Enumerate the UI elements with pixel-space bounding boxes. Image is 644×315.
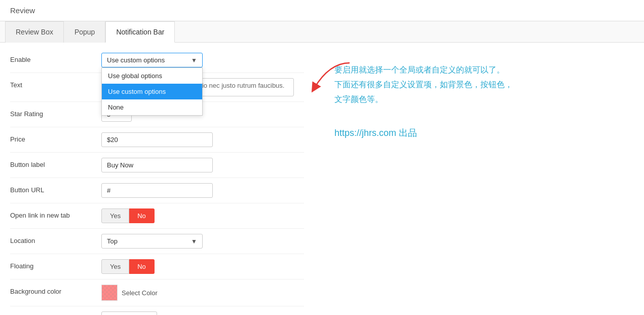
label-background-image: Background image [10, 311, 101, 315]
field-row-button-url: Button URL [10, 178, 304, 203]
label-enable: Enable [10, 53, 101, 63]
field-row-floating: Floating Yes No [10, 254, 304, 279]
label-text: Text [10, 78, 101, 89]
annotation-panel: 要启用就选择一个全局或者自定义的就可以了。 下面还有很多自定义设置项，如背景色，… [314, 43, 644, 315]
background-color-label: Select Color [122, 289, 158, 297]
arrow-annotation [304, 58, 355, 100]
option-custom[interactable]: Use custom options [102, 84, 202, 99]
label-price: Price [10, 132, 101, 143]
control-open-link: Yes No [101, 208, 304, 223]
tab-review-box[interactable]: Review Box [5, 21, 64, 43]
field-row-button-label: Button label [10, 153, 304, 178]
open-link-no-btn[interactable]: No [129, 208, 155, 223]
tab-notification-bar[interactable]: Notification Bar [105, 21, 175, 43]
control-background-color: Select Color [101, 285, 304, 301]
label-floating: Floating [10, 259, 101, 270]
control-background-image: Select Image [101, 311, 304, 315]
option-none[interactable]: None [102, 99, 202, 115]
enable-dropdown-trigger[interactable]: Use custom options ▼ [101, 53, 203, 67]
label-open-link: Open link in new tab [10, 208, 101, 219]
price-input[interactable] [101, 132, 213, 147]
location-dropdown-wrapper: Top ▼ [101, 234, 203, 249]
annotation-main-text: 要启用就选择一个全局或者自定义的就可以了。 下面还有很多自定义设置项，如背景色，… [334, 63, 624, 107]
control-button-url [101, 183, 304, 198]
page-title: Review [0, 0, 644, 21]
settings-panel: Enable Use custom options ▼ Use global o… [0, 43, 314, 315]
control-location: Top ▼ [101, 234, 304, 249]
open-link-yes-btn[interactable]: Yes [101, 208, 129, 223]
label-button-url: Button URL [10, 183, 101, 194]
enable-dropdown-wrapper: Use custom options ▼ Use global options … [101, 53, 203, 67]
control-enable: Use custom options ▼ Use global options … [101, 53, 304, 67]
floating-toggle: Yes No [101, 259, 304, 274]
enable-dropdown-value: Use custom options [107, 56, 191, 64]
chevron-down-icon-location: ▼ [191, 238, 197, 245]
field-row-location: Location Top ▼ [10, 229, 304, 254]
label-button-label: Button label [10, 158, 101, 168]
tabs-bar: Review Box Popup Notification Bar [0, 21, 644, 43]
main-content: Enable Use custom options ▼ Use global o… [0, 43, 644, 315]
annotation-url: https://jhrs.com 出品 [334, 127, 624, 139]
field-row-background-color: Background color Select Color [10, 279, 304, 306]
button-label-input[interactable] [101, 158, 213, 172]
background-color-picker[interactable]: Select Color [101, 285, 304, 301]
select-image-button[interactable]: Select Image [101, 311, 157, 315]
control-price [101, 132, 304, 147]
control-floating: Yes No [101, 259, 304, 274]
field-row-enable: Enable Use custom options ▼ Use global o… [10, 48, 304, 73]
location-dropdown-trigger[interactable]: Top ▼ [101, 234, 203, 249]
floating-no-btn[interactable]: No [129, 259, 155, 274]
annotation-box: 要启用就选择一个全局或者自定义的就可以了。 下面还有很多自定义设置项，如背景色，… [334, 63, 624, 139]
chevron-down-icon: ▼ [191, 57, 197, 64]
field-row-background-image: Background image Select Image [10, 306, 304, 315]
label-location: Location [10, 234, 101, 244]
field-row-open-link: Open link in new tab Yes No [10, 203, 304, 229]
label-background-color: Background color [10, 285, 101, 295]
label-star-rating: Star Rating [10, 107, 101, 118]
background-color-swatch [101, 285, 118, 301]
location-dropdown-value: Top [107, 237, 191, 245]
option-global[interactable]: Use global options [102, 68, 202, 84]
floating-yes-btn[interactable]: Yes [101, 259, 129, 274]
tab-popup[interactable]: Popup [64, 21, 105, 43]
button-url-input[interactable] [101, 183, 213, 198]
open-link-toggle: Yes No [101, 208, 304, 223]
enable-dropdown-menu: Use global options Use custom options No… [101, 67, 203, 116]
control-button-label [101, 158, 304, 172]
field-row-price: Price [10, 127, 304, 153]
